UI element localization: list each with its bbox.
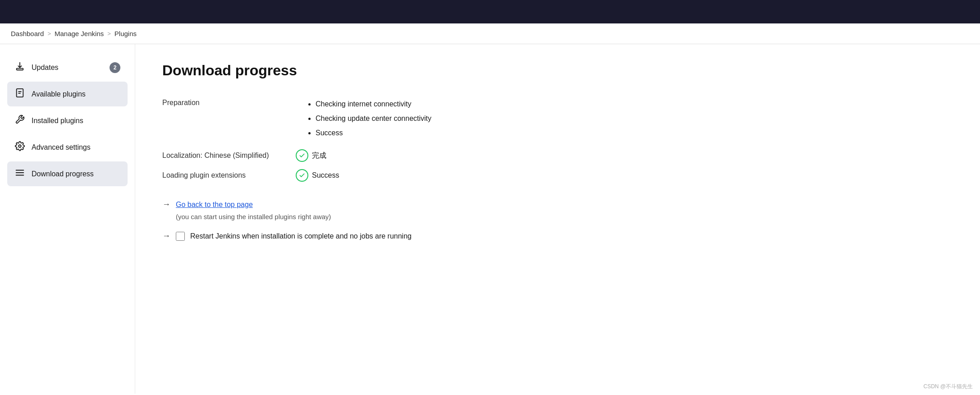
status-row-localization: Localization: Chinese (Simplified) 完成 <box>162 149 953 162</box>
breadcrumb: Dashboard > Manage Jenkins > Plugins <box>0 23 980 44</box>
sidebar-item-available-plugins[interactable]: Available plugins <box>7 82 128 106</box>
go-back-link-row: → Go back to the top page <box>162 200 953 209</box>
topbar <box>0 0 980 23</box>
go-back-link[interactable]: Go back to the top page <box>176 201 253 209</box>
sidebar-label-advanced-settings: Advanced settings <box>32 143 91 152</box>
preparation-list: Checking internet connectivity Checking … <box>307 97 431 140</box>
breadcrumb-sep-1: > <box>47 30 51 37</box>
arrow-icon-restart: → <box>162 231 170 241</box>
page-title: Download progress <box>162 62 953 79</box>
status-row-loading: Loading plugin extensions Success <box>162 169 953 182</box>
link-note: (you can start using the installed plugi… <box>176 213 953 220</box>
loading-label: Loading plugin extensions <box>162 171 289 179</box>
svg-rect-0 <box>17 69 23 70</box>
main-layout: Updates 2 Available plugins Installed pl… <box>0 44 980 394</box>
prep-item-1: Checking internet connectivity <box>316 97 431 111</box>
breadcrumb-sep-2: > <box>107 30 111 37</box>
sidebar-item-download-progress[interactable]: Download progress <box>7 161 128 186</box>
sidebar-label-available-plugins: Available plugins <box>32 90 86 98</box>
breadcrumb-manage-jenkins[interactable]: Manage Jenkins <box>55 30 104 37</box>
breadcrumb-plugins: Plugins <box>114 30 137 37</box>
loading-status-text: Success <box>312 171 339 179</box>
watermark: CSDN @不斗猫先生 <box>923 383 973 390</box>
installed-plugins-icon <box>14 115 25 127</box>
download-progress-icon <box>14 168 25 180</box>
main-content: Download progress Preparation Checking i… <box>135 44 980 394</box>
updates-icon <box>14 61 25 73</box>
sidebar-item-installed-plugins[interactable]: Installed plugins <box>7 108 128 133</box>
breadcrumb-dashboard[interactable]: Dashboard <box>11 30 44 37</box>
arrow-icon-link: → <box>162 200 170 209</box>
sidebar-item-updates[interactable]: Updates 2 <box>7 55 128 80</box>
preparation-section: Preparation Checking internet connectivi… <box>162 97 953 140</box>
advanced-settings-icon <box>14 141 25 153</box>
available-plugins-icon <box>14 88 25 100</box>
check-circle-loading <box>296 169 308 182</box>
sidebar: Updates 2 Available plugins Installed pl… <box>0 44 135 394</box>
link-section: → Go back to the top page (you can start… <box>162 200 953 241</box>
restart-checkbox[interactable] <box>176 232 185 241</box>
sidebar-label-updates: Updates <box>32 64 59 72</box>
localization-label: Localization: Chinese (Simplified) <box>162 152 289 160</box>
localization-status: 完成 <box>296 149 326 162</box>
sidebar-label-installed-plugins: Installed plugins <box>32 117 83 125</box>
updates-badge: 2 <box>110 62 120 73</box>
loading-status: Success <box>296 169 339 182</box>
check-circle-localization <box>296 149 308 162</box>
sidebar-label-download-progress: Download progress <box>32 170 94 178</box>
restart-row: → Restart Jenkins when installation is c… <box>162 231 953 241</box>
localization-status-text: 完成 <box>312 151 326 161</box>
svg-point-1 <box>18 145 21 147</box>
restart-label: Restart Jenkins when installation is com… <box>190 232 412 240</box>
prep-item-3: Success <box>316 126 431 140</box>
preparation-label: Preparation <box>162 97 289 107</box>
prep-item-2: Checking update center connectivity <box>316 111 431 126</box>
sidebar-item-advanced-settings[interactable]: Advanced settings <box>7 135 128 160</box>
